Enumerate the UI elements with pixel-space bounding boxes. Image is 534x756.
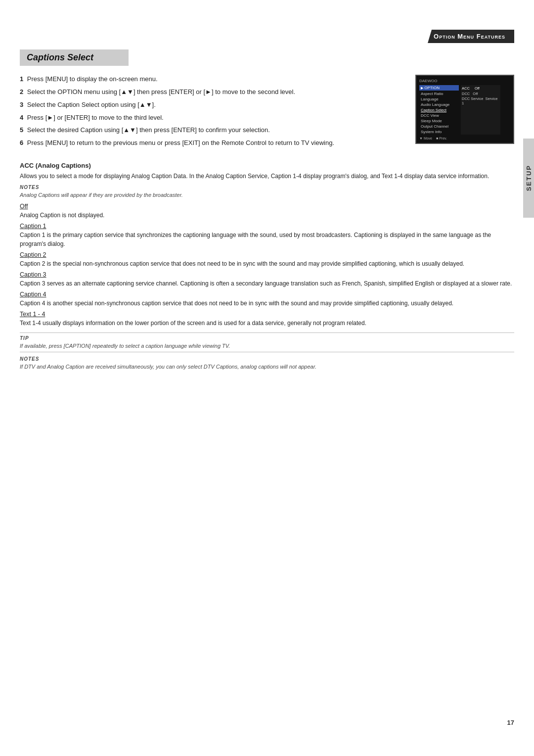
tv-menu-item-6: Sleep Mode [419,118,459,124]
step-text-4: Press [►] or [ENTER] to move to the thir… [27,114,164,121]
step-num-5: 5 [20,126,23,134]
caption-3-label: Caption 3 [20,271,514,278]
caption-4: Caption 4 Caption 4 is another special n… [20,291,514,308]
tv-menu-item-4: Caption Select [419,107,459,113]
caption-off-desc: Analog Caption is not displayed. [20,211,514,220]
tv-right-header: ACC Off [462,86,499,91]
tip-label: TIP [20,335,514,341]
tip-text: If available, press [CAPTION] repeatedly… [20,343,230,349]
tv-menu-item-5: DCC View [419,113,459,118]
step-text-6: Press [MENU] to return to the previous m… [27,139,334,146]
tv-brand: DAEWOO [419,79,510,83]
caption-2-label: Caption 2 [20,251,514,258]
step-num-2: 2 [20,88,23,95]
tv-option-label: ▶ OPTION [419,85,459,91]
text-1-4-label: Text 1 - 4 [20,311,514,318]
caption-1: Caption 1 Caption 1 is the primary capti… [20,223,514,248]
acc-notes-block: NOTES Analog Captions will appear if the… [20,185,514,199]
caption-1-label: Caption 1 [20,223,514,230]
step-2: 2 Select the OPTION menu using [▲▼] then… [20,88,400,97]
tv-menu-item-3: Audio Language [419,102,459,107]
tv-right-dcc-service: DCC Service Service 1 [462,96,499,105]
caption-off: Off Analog Caption is not displayed. [20,203,514,220]
notes-bottom-text: If DTV and Analog Caption are received s… [20,364,316,370]
steps-column: 1 Press [MENU] to display the on-screen … [20,75,400,155]
setup-sidebar: SETUP [523,139,534,218]
tv-right-dcc: DCC Off [462,92,499,96]
acc-notes-label: NOTES [20,185,514,190]
step-text-1: Press [MENU] to display the on-screen me… [27,75,158,83]
caption-3: Caption 3 Caption 3 serves as an alterna… [20,271,514,288]
section-title: Captions Select [20,49,129,66]
tv-menu-item-8: System Info [419,129,459,135]
step-num-4: 4 [20,114,23,121]
step-num-6: 6 [20,139,23,146]
step-4: 4 Press [►] or [ENTER] to move to the th… [20,113,400,123]
acc-section: ACC (Analog Captions) Allows you to sele… [20,162,514,371]
tv-menu-item-1: Aspect Ratio [419,91,459,96]
tv-screenshot-column: DAEWOO ▶ OPTION Aspect Ratio Language Au… [415,75,514,155]
setup-sidebar-text: SETUP [525,165,533,191]
steps-list: 1 Press [MENU] to display the on-screen … [20,75,400,148]
caption-2-desc: Caption 2 is the special non-synchronous… [20,259,514,268]
text-1-4-desc: Text 1-4 usually displays information on… [20,319,514,328]
caption-4-label: Caption 4 [20,291,514,298]
main-content: Captions Select 1 Press [MENU] to displa… [20,49,514,375]
step-1: 1 Press [MENU] to display the on-screen … [20,75,400,84]
step-text-3: Select the Caption Select option using [… [27,101,156,108]
header-banner: Option Menu Features [428,30,514,43]
tv-menu-item-2: Language [419,96,459,102]
caption-2: Caption 2 Caption 2 is the special non-s… [20,251,514,268]
tv-menu-footer: ▼ Move ■ Prev. [419,137,510,140]
step-6: 6 Press [MENU] to return to the previous… [20,139,400,148]
step-text-5: Select the desired Caption using [▲▼] th… [27,126,270,134]
caption-4-desc: Caption 4 is another special non-synchro… [20,299,514,308]
step-num-1: 1 [20,75,23,83]
step-3: 3 Select the Caption Select option using… [20,100,400,110]
step-text-2: Select the OPTION menu using [▲▼] then p… [27,88,295,95]
tv-menu-item-7: Output Channel [419,124,459,129]
tip-block: TIP If available, press [CAPTION] repeat… [20,332,514,352]
step-5: 5 Select the desired Caption using [▲▼] … [20,126,400,135]
acc-title: ACC (Analog Captions) [20,162,514,169]
step-num-3: 3 [20,101,23,108]
tv-menu-mock: DAEWOO ▶ OPTION Aspect Ratio Language Au… [415,75,514,144]
caption-3-desc: Caption 3 serves as an alternate caption… [20,279,514,288]
notes-bottom-label: NOTES [20,356,514,362]
steps-image-row: 1 Press [MENU] to display the on-screen … [20,75,514,155]
caption-off-label: Off [20,203,514,210]
notes-bottom-block: NOTES If DTV and Analog Caption are rece… [20,356,514,371]
acc-description: Allows you to select a mode for displayi… [20,172,514,181]
caption-1-desc: Caption 1 is the primary caption service… [20,231,514,248]
acc-notes-text: Analog Captions will appear if they are … [20,192,183,198]
page-number: 17 [507,719,514,726]
text-1-4: Text 1 - 4 Text 1-4 usually displays inf… [20,311,514,328]
